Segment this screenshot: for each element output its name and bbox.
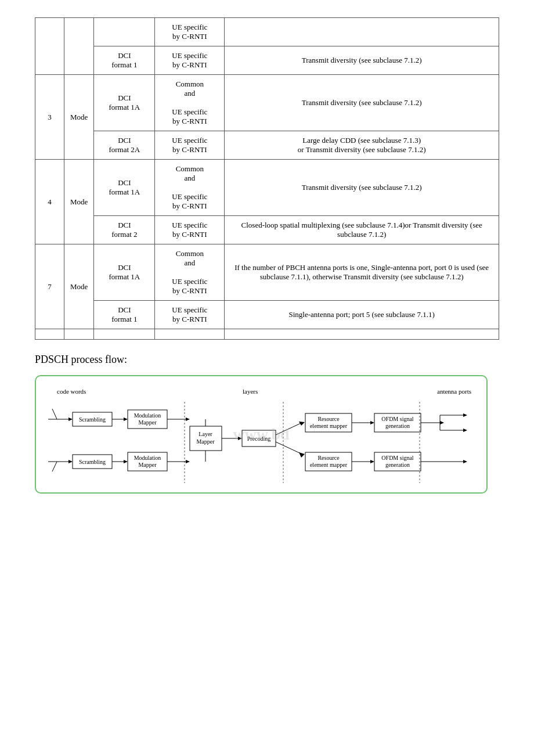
svg-text:Mapper: Mapper — [138, 462, 157, 468]
mode-label-3: Mode — [64, 75, 94, 160]
svg-marker-20 — [238, 437, 242, 440]
rnti-2: UE specificby C-RNTI — [155, 46, 225, 75]
table-row: 3 Mode DCIformat 1A CommonandUE specific… — [35, 75, 499, 131]
svg-text:Modulation: Modulation — [134, 412, 161, 419]
svg-marker-46 — [370, 460, 374, 463]
svg-marker-34 — [370, 421, 374, 424]
table-row: DCIformat 2A UE specificby C-RNTI Large … — [35, 131, 499, 160]
svg-text:Scrambling: Scrambling — [79, 459, 106, 465]
svg-marker-39 — [440, 421, 444, 424]
table-row: DCIformat 1 UE specificby C-RNTI Transmi… — [35, 46, 499, 75]
svg-text:element mapper: element mapper — [310, 423, 348, 429]
flow-diagram: code words layers antenna ports Scrambli… — [35, 375, 488, 494]
dci-4a: DCIformat 1A — [94, 160, 155, 216]
svg-marker-42 — [463, 413, 467, 417]
dci-7a: DCIformat 1A — [94, 244, 155, 301]
table-row: 7 Mode DCIformat 1A CommonandUE specific… — [35, 244, 499, 301]
svg-marker-53 — [68, 460, 73, 463]
mode-num-3: 3 — [35, 75, 64, 160]
svg-marker-1 — [68, 417, 73, 421]
rnti-3a: CommonandUE specificby C-RNTI — [155, 75, 225, 131]
mode-num-4: 4 — [35, 160, 64, 244]
svg-line-54 — [52, 462, 57, 471]
svg-marker-10 — [186, 417, 190, 421]
empty-1 — [35, 329, 64, 340]
main-table: UE specificby C-RNTI DCIformat 1 UE spec… — [35, 17, 499, 340]
svg-line-23 — [276, 423, 301, 435]
svg-marker-51 — [463, 460, 467, 463]
desc-7a: If the number of PBCH antenna ports is o… — [225, 244, 499, 301]
mode-num-empty1 — [35, 18, 64, 75]
mode-num-7: 7 — [35, 244, 64, 329]
scrambling1-label: Scrambling — [79, 416, 106, 423]
table-row: UE specificby C-RNTI — [35, 18, 499, 46]
pdsch-title: PDSCH process flow: — [35, 354, 499, 366]
empty-3 — [94, 329, 155, 340]
mode-label-4: Mode — [64, 160, 94, 244]
table-row-empty — [35, 329, 499, 340]
svg-text:Precoding: Precoding — [247, 435, 271, 442]
svg-marker-26 — [299, 452, 305, 458]
dci-2: DCIformat 1 — [94, 46, 155, 75]
svg-marker-44 — [463, 429, 467, 432]
desc-2: Transmit diversity (see subclause 7.1.2) — [225, 46, 499, 75]
layers-label: layers — [243, 388, 258, 395]
rnti-7a: CommonandUE specificby C-RNTI — [155, 244, 225, 301]
table-row: DCIformat 1 UE specificby C-RNTI Single-… — [35, 301, 499, 329]
dci-empty1 — [94, 18, 155, 46]
empty-4 — [155, 329, 225, 340]
svg-line-2 — [52, 409, 57, 419]
empty-5 — [225, 329, 499, 340]
desc-4a: Transmit diversity (see subclause 7.1.2) — [225, 160, 499, 216]
mode-label-7: Mode — [64, 244, 94, 329]
svg-text:OFDM signal: OFDM signal — [381, 455, 414, 461]
desc-4b: Closed-loop spatial multiplexing (see su… — [225, 216, 499, 244]
rnti-7b: UE specificby C-RNTI — [155, 301, 225, 329]
svg-text:Mapper: Mapper — [138, 419, 157, 426]
flow-svg: Scrambling Modulation Mapper Layer Mappe… — [45, 397, 475, 487]
svg-text:Mapper: Mapper — [196, 438, 215, 445]
antenna-ports-label: antenna ports — [437, 388, 471, 395]
svg-text:Resource: Resource — [317, 416, 340, 422]
svg-text:Layer: Layer — [199, 431, 212, 437]
desc-7b: Single-antenna port; port 5 (see subclau… — [225, 301, 499, 329]
rnti-4b: UE specificby C-RNTI — [155, 216, 225, 244]
svg-line-25 — [276, 442, 301, 453]
dci-4b: DCIformat 2 — [94, 216, 155, 244]
mode-label-empty1 — [64, 18, 94, 75]
dci-7b: DCIformat 1 — [94, 301, 155, 329]
desc-3b: Large delay CDD (see subclause 7.1.3)or … — [225, 131, 499, 160]
svg-text:Modulation: Modulation — [134, 455, 161, 461]
code-words-label: code words — [57, 388, 86, 395]
svg-marker-63 — [186, 460, 190, 463]
dci-3b: DCIformat 2A — [94, 131, 155, 160]
desc-1 — [225, 18, 499, 46]
table-row: 4 Mode DCIformat 1A CommonandUE specific… — [35, 160, 499, 216]
rnti-3b: UE specificby C-RNTI — [155, 131, 225, 160]
svg-text:element mapper: element mapper — [310, 462, 348, 468]
table-row: DCIformat 2 UE specificby C-RNTI Closed-… — [35, 216, 499, 244]
svg-text:OFDM signal: OFDM signal — [381, 416, 414, 422]
svg-marker-5 — [124, 417, 128, 421]
rnti-1: UE specificby C-RNTI — [155, 18, 225, 46]
svg-text:generation: generation — [385, 423, 410, 429]
svg-marker-58 — [124, 460, 128, 463]
empty-2 — [64, 329, 94, 340]
rnti-4a: CommonandUE specificby C-RNTI — [155, 160, 225, 216]
dci-3a: DCIformat 1A — [94, 75, 155, 131]
svg-text:generation: generation — [385, 462, 410, 468]
desc-3a: Transmit diversity (see subclause 7.1.2) — [225, 75, 499, 131]
svg-text:Resource: Resource — [317, 455, 340, 461]
